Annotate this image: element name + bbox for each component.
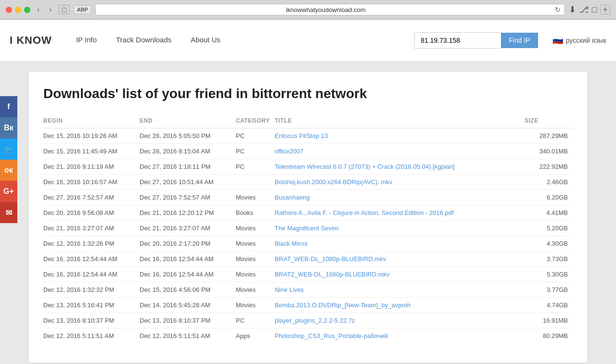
browser-chrome: ‹ › ▢ ABP ↻ ⬇ ⎇ □ + (0, 0, 616, 20)
cell-begin: Dec 15, 2016 10:19:26 AM (43, 128, 140, 144)
title-link[interactable]: Busanhaeng (275, 194, 310, 201)
cell-title: Bolshoj.kush.2000.x264.BDRip(AVC)..mkv (275, 175, 525, 190)
flag-icon: 🇷🇺 (552, 35, 563, 46)
cell-size: 5.20GB (525, 221, 573, 236)
cell-category: PC (236, 128, 275, 144)
cell-category: Movies (236, 251, 275, 267)
title-link[interactable]: Black Mirror (275, 240, 308, 247)
cell-size: 340.01MB (525, 144, 573, 159)
cell-size: 80.29MB (525, 328, 573, 344)
email-share-button[interactable]: ✉ (0, 202, 17, 223)
site-header: I KNOW IP Info Track Downloads About Us … (0, 20, 616, 62)
ip-search-form: Find IP (414, 32, 538, 49)
title-link[interactable]: Telestream Wirecast 6.0.7 (27073) + Crac… (275, 163, 455, 170)
cell-size: 4.30GB (525, 236, 573, 251)
cell-end: Dec 16, 2016 12:54:44 AM (140, 251, 236, 267)
cell-size: 6.20GB (525, 190, 573, 205)
traffic-lights (6, 7, 30, 13)
new-tab-button[interactable]: + (600, 5, 610, 14)
col-header-end: END (140, 113, 236, 128)
cell-title: Busanhaeng (275, 190, 525, 205)
cell-begin: Dec 21, 2016 9:11:19 AM (43, 159, 140, 175)
table-row: Dec 12, 2016 5:11:51 AMDec 12, 2016 5:11… (43, 328, 573, 344)
site-logo[interactable]: I KNOW (10, 34, 52, 47)
ip-input[interactable] (414, 32, 501, 49)
cell-end: Dec 28, 2016 8:15:04 AM (140, 144, 236, 159)
refresh-button[interactable]: ↻ (555, 6, 561, 13)
nav-info[interactable]: IP Info (66, 20, 106, 61)
twitter-share-button[interactable]: 🐦 (0, 138, 17, 160)
cell-category: Movies (236, 267, 275, 282)
cell-title: Black Mirror (275, 236, 525, 251)
cell-begin: Dec 15, 2016 11:45:49 AM (43, 144, 140, 159)
title-link[interactable]: BRAT_WEB-DL_1080p-BLUEBIRD.mkv (275, 255, 386, 263)
url-bar[interactable] (100, 6, 552, 13)
minimize-button[interactable] (15, 7, 21, 13)
table-row: Dec 15, 2016 11:45:49 AMDec 28, 2016 8:1… (43, 144, 573, 159)
cell-begin: Dec 13, 2016 8:10:37 PM (43, 313, 140, 328)
cell-end: Dec 13, 2016 8:10:37 PM (140, 313, 236, 328)
vk-share-button[interactable]: Вк (0, 117, 17, 138)
language-label: русский язык (566, 37, 606, 44)
cell-title: Bomba.2013.O.DVDRip_[New-Team]_by_avproh (275, 298, 525, 313)
cell-begin: Dec 16, 2016 10:16:57 AM (43, 175, 140, 190)
title-link[interactable]: Photoshop_CS3_Rus_Portable-рабочий (275, 332, 388, 339)
cell-begin: Dec 20, 2016 9:56:08 AM (43, 205, 140, 221)
back-button[interactable]: ‹ (34, 4, 42, 15)
find-ip-button[interactable]: Find IP (501, 33, 538, 48)
title-link[interactable]: The Magnificent Seven (275, 225, 339, 232)
cell-end: Dec 21, 2016 12:20:12 PM (140, 205, 236, 221)
nav-track-downloads[interactable]: Track Downloads (106, 20, 181, 61)
title-link[interactable]: office2007 (275, 148, 304, 155)
title-link[interactable]: BRAT2_WEB-DL_1080p-BLUEBIRD.mkv (275, 271, 390, 278)
cell-category: Movies (236, 298, 275, 313)
title-link[interactable]: Bolshoj.kush.2000.x264.BDRip(AVC)..mkv (275, 178, 393, 186)
cell-end: Dec 27, 2016 1:18:11 PM (140, 159, 236, 175)
title-link[interactable]: Nine Lives (275, 286, 304, 293)
table-row: Dec 16, 2016 10:16:57 AMDec 27, 2016 10:… (43, 175, 573, 190)
nav-about[interactable]: About Us (181, 20, 230, 61)
adblock-button[interactable]: ABP (74, 5, 91, 14)
table-row: Dec 21, 2016 3:27:07 AMDec 21, 2016 3:27… (43, 221, 573, 236)
cell-end: Dec 28, 2016 5:05:50 PM (140, 128, 236, 144)
window-view-button[interactable]: ▢ (59, 5, 70, 14)
cell-begin: Dec 12, 2016 1:32:32 PM (43, 282, 140, 298)
cell-category: PC (236, 313, 275, 328)
cell-size: 2.46GB (525, 175, 573, 190)
col-header-size: SIZE (525, 113, 573, 128)
close-button[interactable] (6, 7, 12, 13)
maximize-button[interactable] (24, 7, 30, 13)
cell-category: PC (236, 144, 275, 159)
cell-category: Apps (236, 328, 275, 344)
cell-begin: Dec 13, 2016 5:16:41 PM (43, 298, 140, 313)
page-title: Downloads' list of your friend in bittor… (43, 86, 573, 101)
cell-category: Movies (236, 190, 275, 205)
table-row: Dec 13, 2016 8:10:37 PMDec 13, 2016 8:10… (43, 313, 573, 328)
google-plus-share-button[interactable]: G+ (0, 181, 17, 202)
cell-begin: Dec 16, 2016 12:54:44 AM (43, 267, 140, 282)
cell-title: BRAT_WEB-DL_1080p-BLUEBIRD.mkv (275, 251, 525, 267)
cell-end: Dec 16, 2016 12:54:44 AM (140, 267, 236, 282)
download-button[interactable]: ⬇ (569, 4, 576, 15)
title-link[interactable]: Bomba.2013.O.DVDRip_[New-Team]_by_avproh (275, 301, 411, 309)
title-link[interactable]: player_plugins_2.2.2-5.22.7z (275, 317, 355, 324)
language-selector[interactable]: 🇷🇺 русский язык (552, 35, 606, 46)
cell-end: Dec 14, 2016 5:45:28 AM (140, 298, 236, 313)
col-header-category: CATEGORY (236, 113, 275, 128)
odnoklassniki-share-button[interactable]: ок (0, 160, 17, 181)
sidebar-toggle-button[interactable]: □ (592, 5, 597, 15)
share-button[interactable]: ⎇ (579, 4, 589, 15)
cell-begin: Dec 16, 2016 12:54:44 AM (43, 251, 140, 267)
cell-end: Dec 21, 2016 3:27:07 AM (140, 221, 236, 236)
col-header-begin: BEGIN (43, 113, 140, 128)
browser-actions: ⬇ ⎇ □ + (569, 4, 610, 15)
forward-button[interactable]: › (46, 4, 54, 15)
title-link[interactable]: Enfocus PitStop 13 (275, 132, 328, 139)
cell-begin: Dec 27, 2016 7:52:57 AM (43, 190, 140, 205)
table-body: Dec 15, 2016 10:19:26 AMDec 28, 2016 5:0… (43, 128, 573, 344)
title-link[interactable]: Rathore A., Avila F. - Clojure in Action… (275, 209, 454, 216)
cell-begin: Dec 21, 2016 3:27:07 AM (43, 221, 140, 236)
cell-size: 4.41MB (525, 205, 573, 221)
downloads-table: BEGIN END CATEGORY TITLE SIZE Dec 15, 20… (43, 113, 573, 343)
facebook-share-button[interactable]: f (0, 96, 17, 117)
